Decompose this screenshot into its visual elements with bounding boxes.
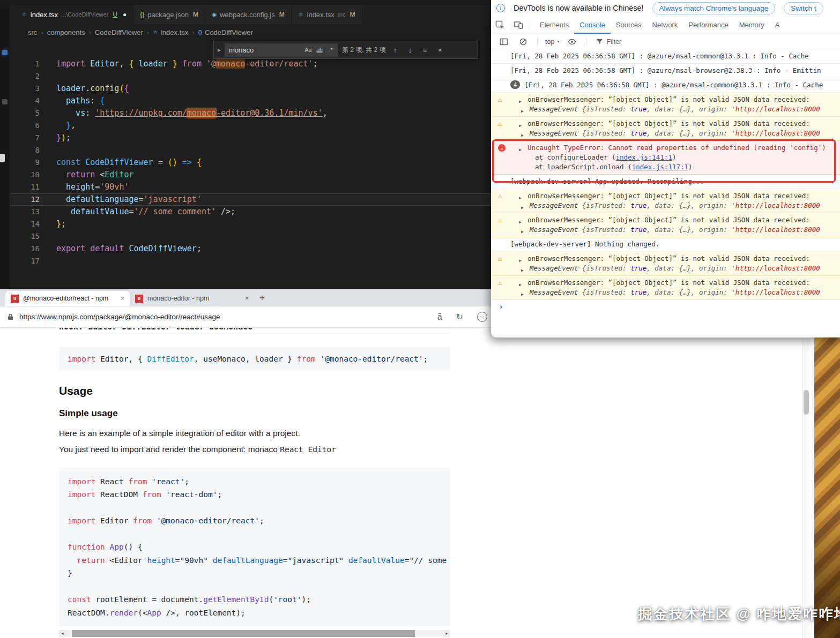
info-icon: i [496,4,505,12]
code-line: import React from 'react'; [68,475,442,489]
filter-control[interactable]: Filter [596,38,621,46]
find-in-selection-icon[interactable]: ≡ [419,44,430,56]
inspect-element-icon[interactable] [495,20,505,30]
console-log: [Fri, 28 Feb 2025 06:36:58 GMT] : @azure… [491,64,840,78]
breadcrumb-item[interactable]: {}CodeDiffViewer [198,28,253,36]
match-case-icon[interactable]: Aa [303,46,313,55]
breadcrumb-item[interactable]: ⚛index.tsx [153,28,188,36]
switch-language-button[interactable]: Switch t [784,2,823,14]
editor-tab[interactable]: ⚛index.tsx...\CodeDiffViewerU● [15,5,133,24]
disclosure-triangle-icon[interactable]: ▶ [521,107,524,116]
eye-icon[interactable] [568,37,576,46]
breadcrumb-item[interactable]: components [47,28,85,36]
code-line: 10 return <Editor [10,169,491,181]
disclosure-triangle-icon[interactable]: ▶ [521,290,524,299]
tab-close-icon[interactable]: × [245,295,249,302]
line-number: 1 [10,58,40,70]
more-icon[interactable]: ⋯ [477,312,487,322]
context-selector[interactable]: top ▾ [543,38,561,46]
new-tab-button[interactable]: + [259,292,265,303]
line-number: 10 [10,169,40,181]
tab-detail: src [338,11,346,18]
devtools-tab-bar: ElementsConsoleSourcesNetworkPerformance… [491,16,840,34]
breadcrumb-item[interactable]: CodeDiffViewer [95,28,143,36]
devtools-tab-a[interactable]: A [770,16,785,34]
language-banner: i DevTools is now available in Chinese! … [491,0,840,16]
editor-tab[interactable]: {}package.jsonM [133,5,205,24]
divider [531,21,531,29]
symbol-icon: {} [198,29,202,35]
devtools-tab-elements[interactable]: Elements [534,16,574,34]
line-number: 3 [10,82,40,95]
line-number: 12 [10,193,40,206]
devtools-tab-memory[interactable]: Memory [734,16,770,34]
activity-icon[interactable] [0,154,5,162]
line-number: 6 [10,119,40,132]
regex-icon[interactable]: .* [326,46,336,55]
chevron-down-icon: ▾ [557,39,559,44]
code-line: return <Editor height="90vh" defaultLang… [68,554,442,567]
console-sidebar-icon[interactable] [500,37,508,46]
code-line [68,580,442,594]
npm-import-line: import Editor, { DiffEditor, useMonaco, … [59,347,450,371]
browser-tab[interactable]: n@monaco-editor/react - npm× [5,291,130,306]
activity-bar [0,5,10,289]
code-line [68,501,442,515]
devtools-tab-console[interactable]: Console [574,16,611,34]
prev-match-icon[interactable]: ↑ [389,44,400,56]
editor-tab[interactable]: ⚛index.tsxsrcM [292,5,362,24]
vertical-scrollbar[interactable] [802,339,809,638]
url-text[interactable]: https://www.npmjs.com/package/@monaco-ed… [19,313,220,321]
tab-close-icon[interactable]: × [121,295,124,302]
devtools-tab-sources[interactable]: Sources [611,16,647,34]
scrollbar-thumb[interactable] [72,630,415,637]
scroll-left-icon[interactable]: ◂ [59,630,66,637]
scrollbar-thumb[interactable] [804,390,809,415]
activity-icon[interactable] [2,50,8,55]
unsaved-dot-icon[interactable]: ● [123,11,127,18]
scrollbar-track[interactable] [66,630,443,637]
disclosure-triangle-icon[interactable]: ▶ [521,203,524,213]
line-number: 7 [10,132,40,144]
scroll-right-icon[interactable]: ▸ [443,630,450,637]
console-warning: ⚠▶onBrowserMessenger: “[object Object]” … [491,252,840,276]
match-count: 第 2 项, 共 2 项 [342,46,385,55]
activity-icon[interactable] [2,99,8,104]
translate-icon[interactable]: ā [437,312,442,322]
lock-icon[interactable] [7,313,14,321]
toolbar-icons: ā ↻ ⋯ [437,306,487,327]
code-editor[interactable]: 1import Editor, { loader } from '@monaco… [10,58,491,289]
refresh-icon[interactable]: ↻ [456,312,463,322]
breadcrumb-item[interactable]: src [28,28,37,36]
console-log: [webpack-dev-server] App updated. Recomp… [491,175,840,189]
match-language-button[interactable]: Always match Chrome's language [652,2,776,14]
next-match-icon[interactable]: ↓ [404,44,415,56]
disclosure-triangle-icon[interactable]: ▶ [521,131,524,140]
usage-heading: Usage [59,385,450,397]
react-icon: ⚛ [153,29,158,36]
horizontal-scrollbar[interactable]: ◂ ▸ [59,630,450,637]
browser-tab[interactable]: nmonaco-editor - npm× [130,291,254,306]
toggle-replace-icon[interactable]: ▸ [218,46,221,54]
divider [537,37,538,46]
paragraph-text: You just need to import and render the c… [59,445,278,454]
warning-icon: ⚠ [498,95,502,104]
editor-tab[interactable]: ◈webpack.config.jsM [205,5,292,24]
console-prompt[interactable]: › [491,300,840,314]
source-link[interactable]: index.js:141:1 [616,153,672,161]
react-file-icon: ⚛ [298,11,304,18]
whole-word-icon[interactable]: ab [315,46,324,55]
device-toolbar-icon[interactable] [514,20,523,30]
code-line: 4 paths: { [10,95,491,107]
clear-console-icon[interactable] [519,37,527,46]
devtools-tab-network[interactable]: Network [647,16,683,34]
code-line: import ReactDOM from 'react-dom'; [68,488,442,501]
source-link[interactable]: index.js:117:1 [632,163,688,171]
console-warning: ⚠▶onBrowserMessenger: “[object Object]” … [491,93,840,117]
disclosure-triangle-icon[interactable]: ▶ [521,227,524,237]
code-line: 16export default CodeDiffViewer; [10,243,491,255]
code-line: 2 [10,70,491,82]
close-find-icon[interactable]: × [434,44,445,56]
devtools-tab-performance[interactable]: Performance [683,16,733,34]
disclosure-triangle-icon[interactable]: ▶ [521,266,524,275]
